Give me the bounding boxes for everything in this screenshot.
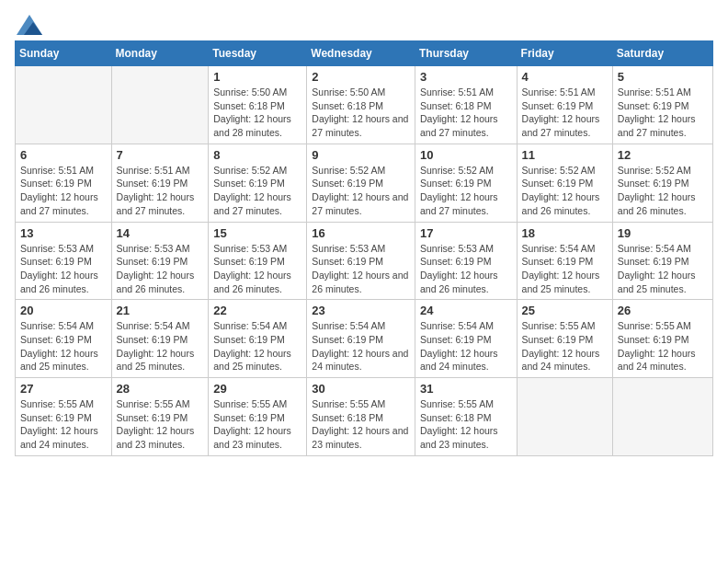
day-number: 6 [20, 148, 107, 162]
calendar-cell: 28Sunrise: 5:55 AMSunset: 6:19 PMDayligh… [111, 378, 209, 456]
day-info: Sunrise: 5:54 AMSunset: 6:19 PMDaylight:… [312, 319, 410, 373]
day-number: 25 [522, 304, 608, 317]
day-info: Sunrise: 5:51 AMSunset: 6:19 PMDaylight:… [20, 164, 107, 218]
day-number: 7 [117, 148, 204, 162]
day-info: Sunrise: 5:55 AMSunset: 6:19 PMDaylight:… [618, 319, 708, 373]
day-info: Sunrise: 5:54 AMSunset: 6:19 PMDaylight:… [420, 319, 512, 373]
day-number: 30 [312, 382, 410, 396]
day-info: Sunrise: 5:54 AMSunset: 6:19 PMDaylight:… [522, 242, 608, 296]
day-number: 21 [117, 304, 204, 317]
calendar-week-row: 1Sunrise: 5:50 AMSunset: 6:18 PMDaylight… [16, 66, 713, 144]
column-header-monday: Monday [111, 41, 209, 66]
day-number: 20 [20, 304, 107, 317]
calendar-cell: 30Sunrise: 5:55 AMSunset: 6:18 PMDayligh… [307, 378, 415, 456]
calendar-cell: 12Sunrise: 5:52 AMSunset: 6:19 PMDayligh… [612, 144, 712, 222]
day-number: 9 [312, 148, 410, 162]
day-info: Sunrise: 5:55 AMSunset: 6:19 PMDaylight:… [213, 397, 301, 452]
calendar-week-row: 6Sunrise: 5:51 AMSunset: 6:19 PMDaylight… [16, 144, 713, 222]
calendar-week-row: 27Sunrise: 5:55 AMSunset: 6:19 PMDayligh… [16, 378, 713, 456]
day-number: 27 [20, 382, 107, 396]
calendar-cell: 15Sunrise: 5:53 AMSunset: 6:19 PMDayligh… [209, 222, 307, 300]
calendar-cell: 20Sunrise: 5:54 AMSunset: 6:19 PMDayligh… [16, 300, 112, 378]
calendar-cell [517, 378, 612, 456]
day-number: 5 [618, 70, 708, 84]
day-number: 18 [522, 226, 608, 240]
calendar-cell: 27Sunrise: 5:55 AMSunset: 6:19 PMDayligh… [16, 378, 112, 456]
day-info: Sunrise: 5:54 AMSunset: 6:19 PMDaylight:… [213, 319, 301, 373]
day-number: 22 [213, 304, 301, 317]
day-info: Sunrise: 5:55 AMSunset: 6:19 PMDaylight:… [20, 397, 107, 452]
day-number: 17 [420, 226, 512, 240]
calendar-cell: 21Sunrise: 5:54 AMSunset: 6:19 PMDayligh… [111, 300, 209, 378]
day-number: 14 [117, 226, 204, 240]
day-number: 24 [420, 304, 512, 317]
day-number: 23 [312, 304, 410, 317]
day-info: Sunrise: 5:51 AMSunset: 6:19 PMDaylight:… [618, 86, 708, 140]
day-info: Sunrise: 5:54 AMSunset: 6:19 PMDaylight:… [117, 319, 204, 373]
column-header-tuesday: Tuesday [209, 41, 307, 66]
day-info: Sunrise: 5:53 AMSunset: 6:19 PMDaylight:… [420, 242, 512, 296]
day-number: 3 [420, 70, 512, 84]
calendar-cell: 18Sunrise: 5:54 AMSunset: 6:19 PMDayligh… [517, 222, 612, 300]
day-info: Sunrise: 5:53 AMSunset: 6:19 PMDaylight:… [117, 242, 204, 296]
calendar-cell: 31Sunrise: 5:55 AMSunset: 6:18 PMDayligh… [415, 378, 517, 456]
calendar-cell: 2Sunrise: 5:50 AMSunset: 6:18 PMDaylight… [307, 66, 415, 144]
day-info: Sunrise: 5:54 AMSunset: 6:19 PMDaylight:… [618, 242, 708, 296]
calendar-cell: 24Sunrise: 5:54 AMSunset: 6:19 PMDayligh… [415, 300, 517, 378]
calendar-cell: 1Sunrise: 5:50 AMSunset: 6:18 PMDaylight… [209, 66, 307, 144]
day-number: 2 [312, 70, 410, 84]
day-info: Sunrise: 5:52 AMSunset: 6:19 PMDaylight:… [618, 164, 708, 218]
day-number: 11 [522, 148, 608, 162]
calendar-cell: 14Sunrise: 5:53 AMSunset: 6:19 PMDayligh… [111, 222, 209, 300]
day-info: Sunrise: 5:50 AMSunset: 6:18 PMDaylight:… [213, 86, 301, 140]
day-number: 29 [213, 382, 301, 396]
day-info: Sunrise: 5:50 AMSunset: 6:18 PMDaylight:… [312, 86, 410, 140]
calendar-cell: 9Sunrise: 5:52 AMSunset: 6:19 PMDaylight… [307, 144, 415, 222]
day-number: 26 [618, 304, 708, 317]
day-info: Sunrise: 5:55 AMSunset: 6:18 PMDaylight:… [420, 397, 512, 452]
day-info: Sunrise: 5:55 AMSunset: 6:18 PMDaylight:… [312, 397, 410, 452]
calendar-cell [16, 66, 112, 144]
page-header [15, 15, 713, 31]
day-number: 12 [618, 148, 708, 162]
day-info: Sunrise: 5:54 AMSunset: 6:19 PMDaylight:… [20, 319, 107, 373]
day-number: 16 [312, 226, 410, 240]
column-header-wednesday: Wednesday [307, 41, 415, 66]
calendar-cell [612, 378, 712, 456]
calendar-cell: 29Sunrise: 5:55 AMSunset: 6:19 PMDayligh… [209, 378, 307, 456]
column-header-saturday: Saturday [612, 41, 712, 66]
day-number: 4 [522, 70, 608, 84]
day-info: Sunrise: 5:53 AMSunset: 6:19 PMDaylight:… [312, 242, 410, 296]
day-info: Sunrise: 5:52 AMSunset: 6:19 PMDaylight:… [420, 164, 512, 218]
day-number: 15 [213, 226, 301, 240]
calendar-cell: 5Sunrise: 5:51 AMSunset: 6:19 PMDaylight… [612, 66, 712, 144]
day-number: 28 [117, 382, 204, 396]
calendar-cell: 23Sunrise: 5:54 AMSunset: 6:19 PMDayligh… [307, 300, 415, 378]
calendar-cell: 19Sunrise: 5:54 AMSunset: 6:19 PMDayligh… [612, 222, 712, 300]
day-number: 19 [618, 226, 708, 240]
calendar-cell: 26Sunrise: 5:55 AMSunset: 6:19 PMDayligh… [612, 300, 712, 378]
column-header-thursday: Thursday [415, 41, 517, 66]
calendar-cell: 11Sunrise: 5:52 AMSunset: 6:19 PMDayligh… [517, 144, 612, 222]
calendar-cell: 17Sunrise: 5:53 AMSunset: 6:19 PMDayligh… [415, 222, 517, 300]
day-number: 31 [420, 382, 512, 396]
day-number: 1 [213, 70, 301, 84]
calendar-cell: 7Sunrise: 5:51 AMSunset: 6:19 PMDaylight… [111, 144, 209, 222]
calendar-cell: 3Sunrise: 5:51 AMSunset: 6:18 PMDaylight… [415, 66, 517, 144]
calendar-cell: 22Sunrise: 5:54 AMSunset: 6:19 PMDayligh… [209, 300, 307, 378]
calendar-week-row: 13Sunrise: 5:53 AMSunset: 6:19 PMDayligh… [16, 222, 713, 300]
day-info: Sunrise: 5:53 AMSunset: 6:19 PMDaylight:… [213, 242, 301, 296]
column-header-sunday: Sunday [16, 41, 112, 66]
column-header-friday: Friday [517, 41, 612, 66]
calendar-cell: 16Sunrise: 5:53 AMSunset: 6:19 PMDayligh… [307, 222, 415, 300]
logo [15, 15, 42, 31]
day-info: Sunrise: 5:55 AMSunset: 6:19 PMDaylight:… [117, 397, 204, 452]
calendar-cell: 4Sunrise: 5:51 AMSunset: 6:19 PMDaylight… [517, 66, 612, 144]
day-number: 10 [420, 148, 512, 162]
logo-icon [17, 15, 42, 35]
day-info: Sunrise: 5:55 AMSunset: 6:19 PMDaylight:… [522, 319, 608, 373]
day-info: Sunrise: 5:51 AMSunset: 6:18 PMDaylight:… [420, 86, 512, 140]
calendar-cell: 8Sunrise: 5:52 AMSunset: 6:19 PMDaylight… [209, 144, 307, 222]
day-info: Sunrise: 5:51 AMSunset: 6:19 PMDaylight:… [522, 86, 608, 140]
calendar-week-row: 20Sunrise: 5:54 AMSunset: 6:19 PMDayligh… [16, 300, 713, 378]
